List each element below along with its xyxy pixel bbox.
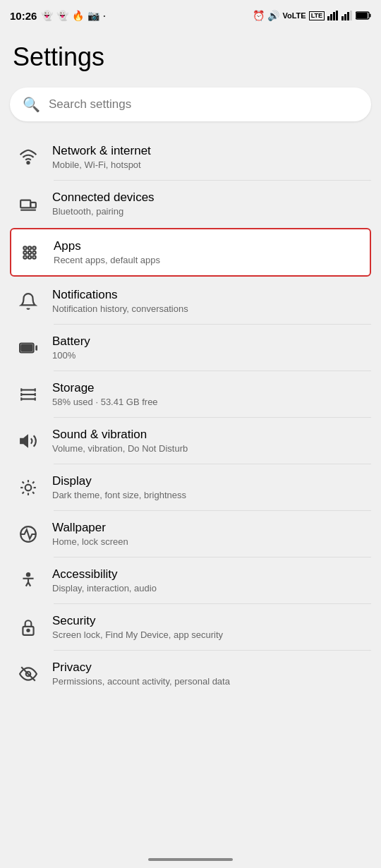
settings-item-text-wallpaper: Wallpaper Home, lock screen xyxy=(52,521,128,547)
svg-line-40 xyxy=(23,481,24,483)
sound-icon xyxy=(17,432,40,450)
settings-item-privacy[interactable]: Privacy Permissions, account activity, p… xyxy=(10,651,371,697)
battery-icon xyxy=(17,339,40,357)
settings-item-text-apps: Apps Recent apps, default apps xyxy=(54,239,160,265)
settings-item-notifications[interactable]: Notifications Notification history, conv… xyxy=(10,278,371,324)
settings-item-security[interactable]: Security Screen lock, Find My Device, ap… xyxy=(10,604,371,650)
settings-item-title-apps: Apps xyxy=(54,239,160,253)
search-bar[interactable]: 🔍 Search settings xyxy=(10,88,371,121)
settings-item-storage[interactable]: Storage 58% used · 53.41 GB free xyxy=(10,371,371,417)
settings-item-text-display: Display Dark theme, font size, brightnes… xyxy=(52,474,186,500)
volume-icon: 🔊 xyxy=(267,10,279,21)
snapchat2-icon: 👻 xyxy=(56,10,68,21)
svg-rect-10 xyxy=(356,13,368,18)
svg-rect-13 xyxy=(30,202,36,207)
settings-item-subtitle-sound: Volume, vibration, Do Not Disturb xyxy=(52,443,188,454)
settings-item-text-battery: Battery 100% xyxy=(52,334,90,361)
settings-item-sound[interactable]: Sound & vibration Volume, vibration, Do … xyxy=(10,418,371,464)
bell-icon xyxy=(17,292,40,311)
settings-item-title-network: Network & internet xyxy=(52,144,151,158)
settings-item-accessibility[interactable]: Accessibility Display, interaction, audi… xyxy=(10,557,371,603)
svg-point-15 xyxy=(23,246,26,249)
svg-point-21 xyxy=(23,255,26,258)
svg-line-45 xyxy=(32,481,34,483)
settings-item-subtitle-security: Screen lock, Find My Device, app securit… xyxy=(52,629,223,640)
lte-icon: LTE xyxy=(309,11,325,20)
settings-item-text-accessibility: Accessibility Display, interaction, audi… xyxy=(52,567,157,593)
apps-icon xyxy=(18,243,41,262)
settings-item-subtitle-wallpaper: Home, lock screen xyxy=(52,536,128,547)
svg-rect-12 xyxy=(20,200,30,207)
svg-point-22 xyxy=(28,255,31,258)
settings-item-title-security: Security xyxy=(52,614,223,628)
settings-item-subtitle-notifications: Notification history, conversations xyxy=(52,303,188,314)
settings-item-battery[interactable]: Battery 100% xyxy=(10,325,371,370)
search-icon: 🔍 xyxy=(23,96,40,113)
settings-item-network[interactable]: Network & internet Mobile, Wi-Fi, hotspo… xyxy=(10,134,371,180)
wallpaper-icon xyxy=(17,525,40,543)
settings-item-text-sound: Sound & vibration Volume, vibration, Do … xyxy=(52,428,188,454)
svg-rect-2 xyxy=(333,12,335,20)
settings-item-text-security: Security Screen lock, Find My Device, ap… xyxy=(52,614,223,640)
settings-item-text-notifications: Notifications Notification history, conv… xyxy=(52,288,188,314)
svg-rect-6 xyxy=(347,12,349,20)
settings-item-title-display: Display xyxy=(52,474,186,488)
settings-item-title-notifications: Notifications xyxy=(52,288,188,302)
settings-item-subtitle-display: Dark theme, font size, brightness xyxy=(52,490,186,500)
settings-item-title-accessibility: Accessibility xyxy=(52,567,157,581)
page-title: Settings xyxy=(10,42,371,72)
settings-item-title-wallpaper: Wallpaper xyxy=(52,521,128,535)
wifi-icon xyxy=(17,148,40,167)
settings-item-title-battery: Battery xyxy=(52,334,90,349)
snapchat-icon: 👻 xyxy=(41,10,53,21)
battery-status-icon xyxy=(356,11,371,20)
signal-icon: VoLTE xyxy=(282,11,306,20)
instagram-icon: 📷 xyxy=(87,10,99,21)
svg-rect-26 xyxy=(21,344,32,351)
settings-item-text-storage: Storage 58% used · 53.41 GB free xyxy=(52,381,158,407)
svg-rect-4 xyxy=(341,16,344,20)
svg-point-20 xyxy=(32,251,35,253)
settings-item-text-network: Network & internet Mobile, Wi-Fi, hotspo… xyxy=(52,144,151,170)
svg-point-11 xyxy=(27,161,29,163)
settings-list: Network & internet Mobile, Wi-Fi, hotspo… xyxy=(10,134,371,697)
svg-marker-36 xyxy=(20,435,28,446)
privacy-icon xyxy=(17,665,40,683)
settings-item-text-privacy: Privacy Permissions, account activity, p… xyxy=(52,661,230,687)
signal-bars2-icon xyxy=(341,11,353,20)
settings-item-title-connected-devices: Connected devices xyxy=(52,191,155,205)
svg-line-44 xyxy=(23,492,24,493)
svg-rect-3 xyxy=(336,11,338,20)
status-bar: 10:26 👻 👻 🔥 📷 • ⏰ 🔊 VoLTE LTE xyxy=(0,0,381,28)
storage-icon xyxy=(17,385,40,404)
settings-item-text-connected-devices: Connected devices Bluetooth, pairing xyxy=(52,191,155,217)
svg-rect-1 xyxy=(330,14,332,20)
settings-item-connected-devices[interactable]: Connected devices Bluetooth, pairing xyxy=(10,181,371,227)
settings-item-title-sound: Sound & vibration xyxy=(52,428,188,442)
settings-item-subtitle-accessibility: Display, interaction, audio xyxy=(52,583,157,593)
svg-rect-5 xyxy=(344,14,346,20)
settings-item-subtitle-network: Mobile, Wi-Fi, hotspot xyxy=(52,159,151,170)
bottom-bar xyxy=(0,851,381,868)
accessibility-icon xyxy=(17,572,40,590)
svg-rect-9 xyxy=(370,14,371,18)
settings-item-wallpaper[interactable]: Wallpaper Home, lock screen xyxy=(10,511,371,557)
fire-icon: 🔥 xyxy=(72,10,84,21)
svg-point-19 xyxy=(28,251,31,253)
svg-line-41 xyxy=(32,492,34,493)
settings-item-apps[interactable]: Apps Recent apps, default apps xyxy=(10,228,371,277)
devices-icon xyxy=(17,195,40,213)
settings-item-title-storage: Storage xyxy=(52,381,158,395)
svg-rect-0 xyxy=(327,16,329,20)
settings-item-subtitle-privacy: Permissions, account activity, personal … xyxy=(52,676,230,687)
svg-rect-7 xyxy=(350,11,352,20)
svg-point-18 xyxy=(23,251,26,253)
svg-point-49 xyxy=(27,629,29,631)
settings-item-title-privacy: Privacy xyxy=(52,661,230,675)
bottom-indicator xyxy=(148,858,233,861)
settings-item-subtitle-storage: 58% used · 53.41 GB free xyxy=(52,397,158,407)
status-time: 10:26 xyxy=(10,10,37,22)
display-icon xyxy=(17,478,40,497)
search-input[interactable]: Search settings xyxy=(49,97,131,111)
settings-item-display[interactable]: Display Dark theme, font size, brightnes… xyxy=(10,464,371,510)
